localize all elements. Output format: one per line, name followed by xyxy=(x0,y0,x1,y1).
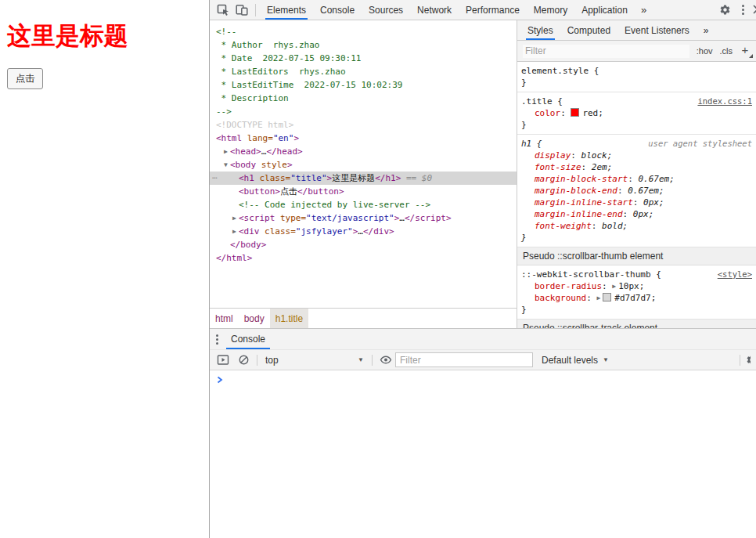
css-property[interactable]: display: block; xyxy=(521,150,752,161)
close-devtools-icon[interactable] xyxy=(752,4,756,16)
console-messages-area[interactable] xyxy=(210,370,756,538)
stylesheet-link[interactable]: user agent stylesheet xyxy=(648,138,752,150)
rule-closing-brace: } xyxy=(521,119,752,131)
toolbar-separator xyxy=(257,355,257,366)
style-rule[interactable]: element.style {} xyxy=(517,62,756,92)
devtools-tab-memory[interactable]: Memory xyxy=(527,0,574,20)
dom-node[interactable]: ▶<head>…</head> xyxy=(210,145,517,158)
dom-node[interactable]: ▶<script type="text/javascript">…</scrip… xyxy=(210,211,517,225)
tree-expand-arrow-icon[interactable]: ▶ xyxy=(230,225,239,238)
css-property[interactable]: margin-block-end: 0.67em; xyxy=(521,185,752,197)
dom-node[interactable]: * LastEditTime 2022-07-15 10:02:39 xyxy=(210,78,517,92)
breadcrumb-item-h1-title[interactable]: h1.title xyxy=(270,309,308,328)
console-drawer: Console top ▼ xyxy=(210,328,756,538)
css-property[interactable]: border-radius: ▶10px; xyxy=(521,280,752,292)
log-levels-dropdown[interactable]: Default levels ▼ xyxy=(542,355,609,366)
live-expression-eye-icon[interactable] xyxy=(378,352,394,368)
css-property[interactable]: margin-inline-start: 0px; xyxy=(521,197,752,208)
tree-expand-arrow-icon[interactable]: ▼ xyxy=(221,158,230,172)
rule-selector[interactable]: ::-webkit-scrollbar-thumb { xyxy=(521,269,661,280)
style-rule[interactable]: ::-webkit-scrollbar-thumb {<style>border… xyxy=(517,265,756,320)
expand-value-icon[interactable]: ▶ xyxy=(596,294,600,301)
device-toolbar-icon[interactable] xyxy=(232,1,251,20)
dom-node[interactable]: …<h1 class="title">这里是标题</h1> == $0 xyxy=(210,172,517,185)
css-property[interactable]: margin-inline-end: 0px; xyxy=(521,208,752,220)
devtools-tab-console[interactable]: Console xyxy=(313,0,362,20)
drawer-menu-icon[interactable] xyxy=(210,334,218,345)
console-settings-gear-icon[interactable] xyxy=(746,354,751,366)
more-tabs-chevron[interactable]: » xyxy=(635,0,653,20)
more-sidebar-tabs-chevron[interactable]: » xyxy=(697,20,716,40)
styles-sidebar: StylesComputedEvent Listeners » :hov .cl… xyxy=(517,20,756,328)
stylesheet-link[interactable]: index.css:1 xyxy=(697,96,752,107)
breadcrumb-item-html[interactable]: html xyxy=(210,309,239,328)
breadcrumb-item-body[interactable]: body xyxy=(239,309,270,328)
console-drawer-tab[interactable]: Console xyxy=(229,329,268,349)
console-sidebar-icon[interactable] xyxy=(215,352,231,368)
new-style-rule-button[interactable]: + xyxy=(740,45,751,57)
inspect-element-icon[interactable] xyxy=(214,1,232,20)
color-swatch[interactable] xyxy=(571,108,579,117)
breadcrumb: htmlbodyh1.title xyxy=(210,308,517,328)
stylesheet-link[interactable]: <style> xyxy=(718,269,752,280)
rule-selector[interactable]: h1 { xyxy=(521,138,542,150)
toggle-hover-state-button[interactable]: :hov xyxy=(697,46,713,56)
css-property[interactable]: margin-block-start: 0.67em; xyxy=(521,173,752,185)
console-filter-input[interactable] xyxy=(395,352,533,367)
dom-node[interactable]: * Description xyxy=(210,92,517,105)
dom-node[interactable]: --> xyxy=(210,105,517,118)
css-property-value: 0px; xyxy=(643,197,664,208)
devtools-tab-performance[interactable]: Performance xyxy=(459,0,527,20)
dom-node[interactable]: * Date 2022-07-15 09:30:11 xyxy=(210,52,517,65)
devtools-topbar: ElementsConsoleSourcesNetworkPerformance… xyxy=(210,0,756,20)
sidebar-tab-computed[interactable]: Computed xyxy=(560,20,617,40)
css-property[interactable]: font-weight: bold; xyxy=(521,220,752,232)
sidebar-tab-event-listeners[interactable]: Event Listeners xyxy=(617,20,697,40)
page-click-button[interactable]: 点击 xyxy=(7,68,43,89)
dom-node[interactable]: ▼<body style> xyxy=(210,158,517,172)
dom-node[interactable]: <!DOCTYPE html> xyxy=(210,118,517,132)
dom-node[interactable]: ▶<div class="jsfylayer">…</div> xyxy=(210,225,517,238)
dom-node[interactable]: <!-- xyxy=(210,25,517,38)
sidebar-tab-styles[interactable]: Styles xyxy=(520,20,560,40)
more-options-icon[interactable] xyxy=(734,5,752,15)
toggle-class-button[interactable]: .cls xyxy=(720,46,733,56)
devtools-tab-elements[interactable]: Elements xyxy=(260,0,313,20)
styles-filter-row: :hov .cls + xyxy=(517,41,756,62)
dom-node[interactable]: * LastEditors rhys.zhao xyxy=(210,65,517,78)
style-rule[interactable]: .title {index.css:1color: red;} xyxy=(517,92,756,135)
devtools-tabbar: ElementsConsoleSourcesNetworkPerformance… xyxy=(260,0,635,20)
expand-value-icon[interactable]: ▶ xyxy=(612,283,616,290)
css-property[interactable]: background: ▶#d7d7d7; xyxy=(521,292,752,304)
javascript-context-dropdown[interactable]: top ▼ xyxy=(263,355,366,366)
dom-node[interactable]: <button>点击</button> xyxy=(210,185,517,198)
console-prompt[interactable] xyxy=(217,376,756,384)
dom-node[interactable]: </body> xyxy=(210,238,517,251)
devtools-tab-application[interactable]: Application xyxy=(574,0,635,20)
console-prompt-chevron-icon xyxy=(217,376,223,384)
styles-filter-input[interactable] xyxy=(523,45,689,58)
css-property[interactable]: color: red; xyxy=(521,107,752,119)
css-property-value: 0.67em; xyxy=(628,186,664,196)
dom-node[interactable]: <html lang="en"> xyxy=(210,132,517,145)
color-swatch[interactable] xyxy=(603,293,611,301)
rule-selector[interactable]: element.style { xyxy=(521,65,599,77)
css-property-value: bold; xyxy=(602,221,628,231)
css-property[interactable]: font-size: 2em; xyxy=(521,161,752,173)
tree-expand-arrow-icon[interactable]: ▶ xyxy=(221,145,230,158)
styles-rules-list: element.style {}.title {index.css:1color… xyxy=(517,62,756,328)
devtools-tab-sources[interactable]: Sources xyxy=(362,0,410,20)
rule-selector[interactable]: .title { xyxy=(521,96,563,107)
toolbar-separator xyxy=(255,4,256,16)
devtools-tab-network[interactable]: Network xyxy=(410,0,459,20)
dom-node[interactable]: * Author rhys.zhao xyxy=(210,38,517,52)
settings-gear-icon[interactable] xyxy=(715,1,734,20)
dom-node[interactable]: </html> xyxy=(210,251,517,265)
css-property-name: font-weight xyxy=(535,221,592,231)
css-property-value: #d7d7d7; xyxy=(614,293,656,303)
tree-expand-arrow-icon[interactable]: ▶ xyxy=(230,211,239,225)
clear-console-icon[interactable] xyxy=(236,352,251,368)
elements-pane: <!-- * Author rhys.zhao * Date 2022-07-1… xyxy=(210,20,517,328)
style-rule[interactable]: h1 {user agent stylesheetdisplay: block;… xyxy=(517,135,756,247)
dom-node[interactable]: <!-- Code injected by live-server --> xyxy=(210,198,517,211)
